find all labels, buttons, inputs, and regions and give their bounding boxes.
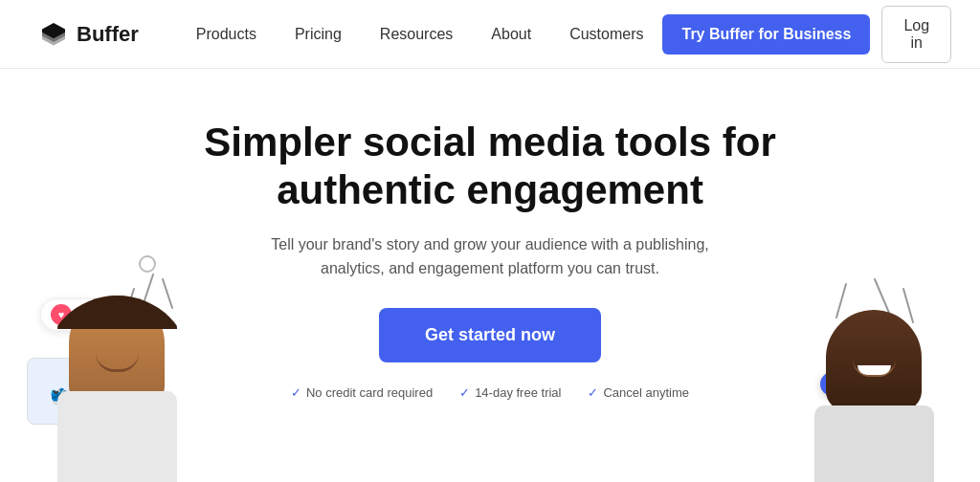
check-free-trial: ✓ 14-day free trial bbox=[459, 385, 561, 400]
checkmark-icon-2: ✓ bbox=[459, 385, 470, 400]
hero-title: Simpler social media tools for authentic… bbox=[203, 119, 777, 215]
checkmark-icon-3: ✓ bbox=[588, 385, 598, 400]
header: Buffer Products Pricing Resources About … bbox=[0, 0, 980, 69]
hero-content: Simpler social media tools for authentic… bbox=[0, 69, 980, 400]
logo-text: Buffer bbox=[77, 22, 139, 47]
nav-item-products[interactable]: Products bbox=[177, 0, 276, 69]
nav-item-about[interactable]: About bbox=[472, 0, 550, 69]
get-started-button[interactable]: Get started now bbox=[379, 308, 601, 362]
checkmark-icon-1: ✓ bbox=[291, 385, 301, 400]
main-nav: Products Pricing Resources About Custome… bbox=[177, 0, 663, 69]
check-no-credit: ✓ No credit card required bbox=[291, 385, 433, 400]
nav-item-customers[interactable]: Customers bbox=[550, 0, 662, 69]
nav-item-pricing[interactable]: Pricing bbox=[276, 0, 361, 69]
logo[interactable]: Buffer bbox=[38, 19, 139, 50]
try-buffer-business-button[interactable]: Try Buffer for Business bbox=[662, 14, 870, 55]
hero-checks: ✓ No credit card required ✓ 14-day free … bbox=[0, 385, 980, 400]
header-actions: Try Buffer for Business Log in bbox=[662, 6, 951, 63]
nav-item-resources[interactable]: Resources bbox=[361, 0, 472, 69]
login-button[interactable]: Log in bbox=[881, 6, 951, 63]
hero-subtitle: Tell your brand's story and grow your au… bbox=[270, 232, 710, 281]
check-cancel: ✓ Cancel anytime bbox=[588, 385, 689, 400]
hero-section: Simpler social media tools for authentic… bbox=[0, 69, 980, 482]
buffer-logo-icon bbox=[38, 19, 69, 50]
